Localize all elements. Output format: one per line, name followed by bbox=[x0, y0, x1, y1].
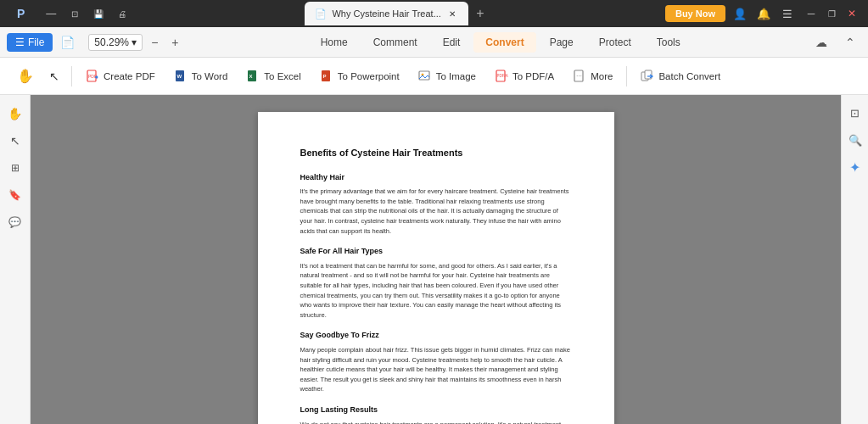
collapse-icon-btn[interactable]: ⌃ bbox=[839, 31, 861, 53]
app-logo[interactable]: P bbox=[7, 7, 35, 20]
title-bar-right: Buy Now 👤 🔔 ☰ ─ ❐ ✕ bbox=[665, 4, 861, 23]
account-icon[interactable]: 👤 bbox=[731, 4, 749, 23]
zoom-controls: 50.29% ▾ − + bbox=[88, 34, 183, 51]
to-powerpoint-btn[interactable]: P To Powerpoint bbox=[311, 65, 408, 87]
tab-icon: 📄 bbox=[315, 8, 327, 20]
more-btn[interactable]: ⋯ More bbox=[564, 65, 621, 87]
to-excel-icon: X bbox=[246, 70, 260, 83]
file-menu-btn[interactable]: ☰ File bbox=[7, 33, 53, 52]
save-btn[interactable]: 💾 bbox=[89, 4, 108, 23]
to-pdfa-btn[interactable]: PDF/A To PDF/A bbox=[486, 65, 563, 87]
to-powerpoint-icon: P bbox=[320, 70, 333, 83]
zoom-dropdown-icon: ▾ bbox=[132, 36, 137, 48]
search-btn[interactable]: 🔍 bbox=[844, 129, 866, 151]
cloud-icon-btn[interactable]: ☁ bbox=[810, 31, 832, 53]
menu-right: ☁ ⌃ bbox=[810, 31, 861, 53]
section-text-3: We do not say that cysteine hair treatme… bbox=[300, 420, 572, 425]
section-text-2: Many people complain about hair frizz. T… bbox=[300, 345, 572, 394]
to-pdfa-icon: PDF/A bbox=[495, 70, 508, 83]
minimize-btn[interactable]: — bbox=[42, 4, 60, 23]
menu-icon[interactable]: ☰ bbox=[778, 4, 797, 23]
svg-text:P: P bbox=[322, 74, 326, 79]
create-pdf-btn[interactable]: PDF Create PDF bbox=[77, 65, 164, 87]
document-title: Benefits of Cysteine Hair Treatments bbox=[300, 146, 572, 160]
comments-panel-btn[interactable]: 💬 bbox=[3, 210, 27, 234]
svg-text:X: X bbox=[249, 74, 253, 79]
title-bar: P — ⊡ 💾 🖨 📄 Why Cysteine Hair Treat... ✕… bbox=[0, 0, 868, 27]
left-sidebar: ✋ ↖ ⊞ 🔖 💬 bbox=[0, 95, 31, 424]
tab-close-icon[interactable]: ✕ bbox=[446, 8, 458, 20]
create-pdf-icon: PDF bbox=[86, 70, 99, 83]
hand-sidebar-btn[interactable]: ✋ bbox=[3, 102, 27, 126]
to-powerpoint-label: To Powerpoint bbox=[338, 71, 400, 81]
tab-tools[interactable]: Tools bbox=[645, 32, 692, 53]
select-tool-btn[interactable]: ↖ bbox=[42, 66, 66, 86]
to-excel-label: To Excel bbox=[264, 71, 300, 81]
hand-tool-btn[interactable]: ✋ bbox=[10, 64, 41, 87]
document-area: Benefits of Cysteine Hair Treatments Hea… bbox=[31, 95, 841, 424]
section-heading-2: Say Goodbye To Frizz bbox=[300, 330, 572, 342]
to-image-btn[interactable]: To Image bbox=[410, 65, 484, 87]
zoom-in-btn[interactable]: + bbox=[166, 34, 183, 51]
document-page: Benefits of Cysteine Hair Treatments Hea… bbox=[258, 112, 614, 424]
pages-panel-btn[interactable]: ⊞ bbox=[3, 156, 27, 180]
notifications-icon[interactable]: 🔔 bbox=[754, 4, 773, 23]
svg-text:PDF/A: PDF/A bbox=[496, 74, 507, 78]
batch-convert-icon bbox=[641, 70, 654, 83]
svg-text:PDF: PDF bbox=[88, 74, 97, 79]
nav-tabs: Home Comment Edit Convert Page Protect T… bbox=[193, 32, 807, 53]
doc-icon-btn[interactable]: 📄 bbox=[56, 31, 78, 53]
bookmarks-panel-btn[interactable]: 🔖 bbox=[3, 183, 27, 207]
to-image-icon bbox=[418, 70, 432, 83]
title-bar-left: P — ⊡ 💾 🖨 bbox=[7, 4, 132, 23]
tab-comment[interactable]: Comment bbox=[361, 32, 429, 53]
title-bar-tabs: 📄 Why Cysteine Hair Treat... ✕ + bbox=[305, 2, 491, 25]
win-close-btn[interactable]: ✕ bbox=[843, 4, 861, 23]
zoom-out-btn[interactable]: − bbox=[146, 34, 163, 51]
to-word-label: To Word bbox=[192, 71, 228, 81]
tab-title: Why Cysteine Hair Treat... bbox=[332, 8, 440, 19]
section-heading-3: Long Lasting Results bbox=[300, 404, 572, 416]
win-restore-btn[interactable]: ❐ bbox=[822, 4, 841, 23]
add-tab-btn[interactable]: + bbox=[468, 2, 492, 25]
to-pdfa-label: To PDF/A bbox=[512, 71, 554, 81]
to-word-icon: W bbox=[174, 70, 188, 83]
zoom-percent: 50.29% bbox=[94, 36, 129, 48]
print-btn[interactable]: 🖨 bbox=[113, 4, 132, 23]
fit-page-btn[interactable]: ⊡ bbox=[844, 102, 866, 124]
svg-line-4 bbox=[97, 77, 98, 79]
batch-convert-label: Batch Convert bbox=[658, 71, 720, 81]
more-icon: ⋯ bbox=[573, 70, 586, 83]
window-controls: ─ ❐ ✕ bbox=[802, 4, 861, 23]
tab-page[interactable]: Page bbox=[538, 32, 585, 53]
create-pdf-label: Create PDF bbox=[104, 71, 155, 81]
buy-now-button[interactable]: Buy Now bbox=[665, 5, 725, 22]
to-excel-btn[interactable]: X To Excel bbox=[238, 65, 309, 87]
toolbar: ✋ ↖ PDF Create PDF W To Word X To Excel … bbox=[0, 58, 868, 95]
batch-convert-btn[interactable]: Batch Convert bbox=[632, 65, 729, 87]
win-minimize-btn[interactable]: ─ bbox=[802, 4, 820, 23]
file-label: File bbox=[28, 36, 44, 48]
maximize-btn[interactable]: ⊡ bbox=[65, 4, 84, 23]
svg-text:W: W bbox=[176, 74, 182, 79]
more-label: More bbox=[591, 71, 613, 81]
hamburger-icon: ☰ bbox=[15, 36, 25, 48]
section-heading-0: Healthy Hair bbox=[300, 172, 572, 184]
to-image-label: To Image bbox=[436, 71, 476, 81]
tab-home[interactable]: Home bbox=[309, 32, 360, 53]
tab-active[interactable]: 📄 Why Cysteine Hair Treat... ✕ bbox=[305, 2, 468, 25]
menu-bar: ☰ File 📄 50.29% ▾ − + Home Comment Edit … bbox=[0, 27, 868, 58]
tab-edit[interactable]: Edit bbox=[431, 32, 473, 53]
svg-text:⋯: ⋯ bbox=[576, 73, 582, 79]
tab-protect[interactable]: Protect bbox=[587, 32, 643, 53]
zoom-value[interactable]: 50.29% ▾ bbox=[88, 34, 143, 51]
separator-2 bbox=[626, 66, 627, 86]
section-text-0: It's the primary advantage that we aim f… bbox=[300, 187, 572, 236]
tab-convert[interactable]: Convert bbox=[473, 32, 535, 53]
to-word-btn[interactable]: W To Word bbox=[165, 65, 237, 87]
separator-1 bbox=[71, 66, 72, 86]
select-sidebar-btn[interactable]: ↖ bbox=[3, 129, 27, 153]
right-sidebar: ⊡ 🔍 ✦ bbox=[841, 95, 868, 424]
smart-tools-btn[interactable]: ✦ bbox=[844, 156, 866, 178]
main-layout: ✋ ↖ ⊞ 🔖 💬 Benefits of Cysteine Hair Trea… bbox=[0, 95, 868, 424]
